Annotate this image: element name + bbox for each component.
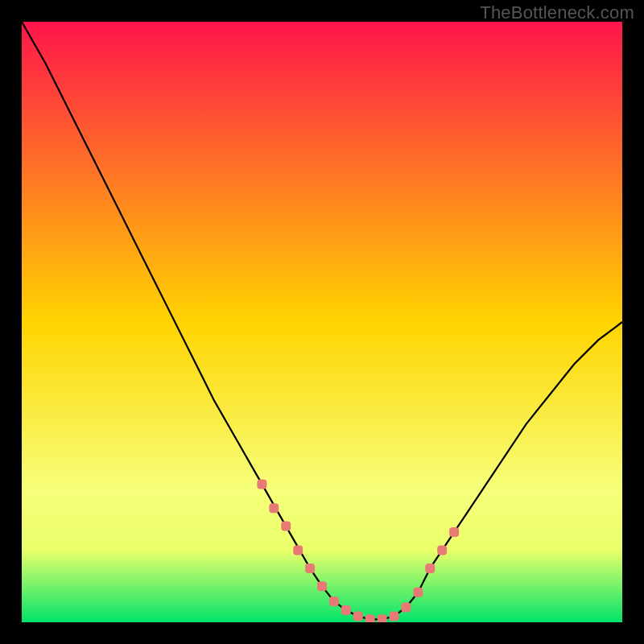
marker-point <box>269 503 279 513</box>
marker-point <box>390 612 399 621</box>
marker-point <box>257 479 266 489</box>
watermark-text: TheBottleneck.com <box>480 2 634 23</box>
marker-point <box>281 522 291 531</box>
chart-frame: TheBottleneck.com <box>0 0 644 644</box>
marker-point <box>329 597 339 606</box>
marker-point <box>449 527 459 537</box>
marker-point <box>293 546 303 555</box>
marker-point <box>341 605 351 615</box>
marker-point <box>413 588 423 597</box>
marker-point <box>378 614 387 622</box>
chart-svg <box>22 22 622 622</box>
marker-point <box>365 614 375 622</box>
chart-background <box>22 22 622 622</box>
marker-point <box>305 564 315 573</box>
marker-point <box>401 602 411 612</box>
marker-point <box>437 546 447 555</box>
marker-point <box>425 564 435 573</box>
marker-point <box>317 581 327 591</box>
chart-plot-area <box>22 22 622 622</box>
marker-point <box>353 612 363 621</box>
